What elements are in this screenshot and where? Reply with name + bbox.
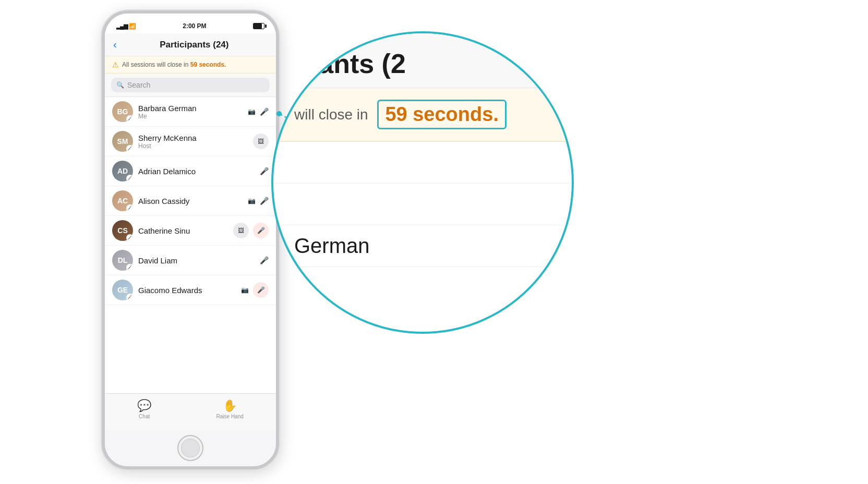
search-icon: 🔍	[116, 81, 124, 89]
avatar: AC 🎤	[112, 190, 133, 211]
avatar: AD 🎤	[112, 161, 133, 182]
tab-raise-hand[interactable]: ✋ Raise Hand	[216, 399, 244, 419]
participant-info: Giacomo Edwards	[138, 286, 236, 295]
list-item[interactable]: AC 🎤 Alison Cassidy 📷 🎤	[105, 186, 276, 216]
status-bar: ▂▄▆ 📶 2:00 PM	[105, 14, 276, 33]
zoom-warning-seconds: 59 seconds.	[377, 100, 507, 129]
search-placeholder: Search	[127, 81, 150, 89]
video-icon: 📷	[248, 197, 256, 204]
wifi-icon: 📶	[129, 23, 136, 30]
participant-role: Me	[138, 113, 243, 120]
image-action-btn[interactable]: 🖼	[253, 134, 269, 149]
navigation-bar: ‹ Participants (24)	[105, 33, 276, 56]
tab-bar: 💬 Chat ✋ Raise Hand	[105, 393, 276, 430]
participant-name: Catherine Sinu	[138, 226, 228, 235]
list-item[interactable]: AD 🎤 Adrian Delamico 🎤	[105, 156, 276, 186]
image-action-btn[interactable]: 🖼	[233, 223, 249, 238]
participant-actions: 📷 🎤	[248, 197, 269, 205]
list-item[interactable]: DL 🎤 David Liam 🎤	[105, 246, 276, 275]
warning-banner: ⚠ All sessions will close in 59 seconds.	[105, 56, 276, 74]
home-button-inner	[181, 439, 200, 457]
phone-screen: ‹ Participants (24) ⚠ All sessions will …	[105, 33, 276, 430]
list-item[interactable]: SM 🎤 Sherry McKenna Host 🖼	[105, 127, 276, 156]
mic-badge: 🎤	[126, 145, 133, 152]
list-item[interactable]: CS 🎤 Catherine Sinu 🖼 🎤	[105, 216, 276, 246]
signal-bars-icon: ▂▄▆	[116, 23, 127, 30]
participant-role: Host	[138, 142, 248, 150]
phone-shell: ▂▄▆ 📶 2:00 PM ‹ Participants (24) ⚠ All …	[102, 10, 279, 469]
avatar-initials: BG	[117, 107, 128, 116]
raise-hand-icon: ✋	[223, 399, 237, 413]
avatar-initials: SM	[117, 137, 128, 146]
battery-icon	[253, 23, 264, 29]
avatar: BG 🎤	[112, 101, 133, 122]
participant-info: Adrian Delamico	[138, 167, 255, 176]
zoom-row-2	[273, 184, 572, 225]
search-input-wrap[interactable]: 🔍 Search	[111, 78, 270, 92]
mic-badge: 🎤	[126, 294, 133, 300]
raise-hand-label: Raise Hand	[216, 414, 244, 419]
mute-action-btn[interactable]: 🎤	[253, 223, 269, 238]
time-display: 2:00 PM	[183, 22, 206, 30]
signal-area: ▂▄▆ 📶	[116, 23, 136, 30]
mic-badge: 🎤	[126, 115, 133, 122]
mic-badge: 🎤	[126, 175, 133, 182]
participant-name: Giacomo Edwards	[138, 286, 236, 295]
zoom-circle-container: ipants (2 will close in 59 seconds. Germ…	[271, 31, 574, 334]
mic-muted-icon: 🎤	[260, 256, 269, 264]
participant-name: Adrian Delamico	[138, 167, 255, 176]
avatar: DL 🎤	[112, 250, 133, 271]
warning-text-before: All sessions will close in	[122, 61, 190, 68]
mic-badge: 🎤	[126, 234, 133, 241]
phone-device: ▂▄▆ 📶 2:00 PM ‹ Participants (24) ⚠ All …	[102, 10, 279, 469]
zoom-title: ipants (2	[294, 48, 551, 79]
participant-actions: 📷 🎤	[241, 282, 269, 298]
participant-actions: 🎤	[260, 256, 269, 264]
tab-chat[interactable]: 💬 Chat	[137, 399, 151, 419]
phone-bottom	[105, 430, 276, 466]
warning-text: All sessions will close in 59 seconds.	[122, 61, 226, 68]
avatar-initials: DL	[118, 256, 128, 264]
participant-info: Alison Cassidy	[138, 197, 243, 205]
avatar: GE 🎤	[112, 280, 133, 300]
participant-actions: 📷 🎤	[248, 107, 269, 116]
zoom-row-3: German	[273, 225, 572, 267]
participant-name: Alison Cassidy	[138, 197, 243, 205]
chat-label: Chat	[139, 414, 150, 419]
avatar: SM 🎤	[112, 131, 133, 152]
participant-actions: 🖼	[253, 134, 269, 149]
warning-icon: ⚠	[112, 60, 119, 69]
avatar: CS 🎤	[112, 220, 133, 241]
zoom-row-1	[273, 142, 572, 184]
participant-name: Barbara German	[138, 104, 243, 113]
mute-action-btn[interactable]: 🎤	[253, 282, 269, 298]
avatar-initials: GE	[117, 286, 128, 294]
zoom-warning-text-before: will close in	[294, 106, 372, 123]
battery-area	[253, 23, 264, 29]
mic-muted-icon: 🎤	[260, 167, 269, 175]
participant-info: Catherine Sinu	[138, 226, 228, 235]
participants-list: BG 🎤 Barbara German Me 📷 🎤 SM	[105, 97, 276, 393]
avatar-initials: AC	[117, 197, 128, 205]
participant-info: David Liam	[138, 256, 255, 265]
mic-badge: 🎤	[126, 204, 133, 211]
participant-info: Barbara German Me	[138, 104, 243, 120]
zoom-title-text: ipants (2	[294, 49, 406, 79]
warning-seconds: 59 seconds.	[190, 61, 226, 68]
zoom-content: ipants (2 will close in 59 seconds. Germ…	[273, 33, 572, 332]
zoom-circle: ipants (2 will close in 59 seconds. Germ…	[271, 31, 574, 334]
list-item[interactable]: GE 🎤 Giacomo Edwards 📷 🎤	[105, 275, 276, 305]
mic-badge: 🎤	[126, 264, 133, 271]
zoom-row-name: German	[294, 234, 370, 258]
back-button[interactable]: ‹	[113, 39, 117, 51]
participant-name: David Liam	[138, 256, 255, 265]
list-item[interactable]: BG 🎤 Barbara German Me 📷 🎤	[105, 97, 276, 127]
video-icon: 📷	[248, 108, 256, 115]
screen-title: Participants (24)	[121, 40, 268, 50]
home-button[interactable]	[177, 435, 203, 461]
participant-name: Sherry McKenna	[138, 134, 248, 142]
search-bar: 🔍 Search	[105, 74, 276, 97]
chat-icon: 💬	[137, 399, 151, 413]
avatar-initials: CS	[117, 226, 127, 235]
participant-actions: 🎤	[260, 167, 269, 175]
